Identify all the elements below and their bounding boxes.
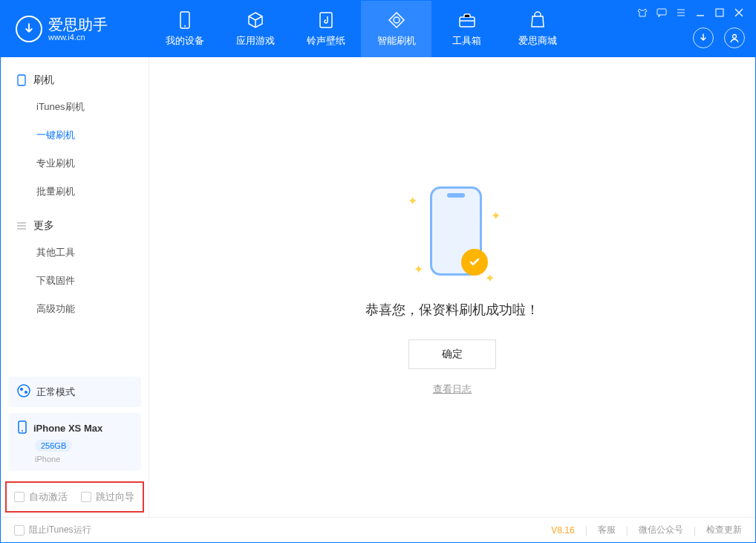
sparkle-icon: ✦ (491, 209, 497, 215)
main-content: ✦ ✦ ✦ ✦ 恭喜您，保资料刷机成功啦！ 确定 查看日志 (149, 57, 755, 517)
svg-point-1 (184, 25, 186, 27)
svg-point-9 (20, 388, 23, 391)
svg-rect-7 (18, 75, 25, 85)
ok-button[interactable]: 确定 (408, 339, 496, 369)
sidebar-group-flash: 刷机 iTunes刷机 一键刷机 专业刷机 批量刷机 (1, 68, 149, 206)
sparkle-icon: ✦ (414, 262, 420, 268)
skin-icon[interactable] (636, 7, 648, 19)
view-log-link[interactable]: 查看日志 (433, 383, 472, 396)
tab-label: 工具箱 (452, 34, 481, 48)
tab-apps-games[interactable]: 应用游戏 (220, 1, 290, 57)
svg-point-12 (22, 430, 23, 432)
feedback-icon[interactable] (656, 7, 668, 19)
checkbox-icon (14, 525, 25, 536)
checkbox-auto-activate[interactable]: 自动激活 (14, 490, 68, 504)
options-row: 自动激活 跳过向导 (5, 481, 144, 513)
app-logo: 爱思助手 www.i4.cn (1, 16, 149, 42)
phone-icon (16, 74, 27, 86)
success-illustration: ✦ ✦ ✦ ✦ (378, 179, 527, 283)
checkbox-label: 阻止iTunes运行 (29, 524, 91, 536)
list-icon (16, 220, 27, 232)
link-check-update[interactable]: 检查更新 (706, 524, 742, 536)
group-title: 更多 (33, 219, 54, 233)
svg-rect-3 (460, 17, 475, 27)
checkbox-icon (14, 492, 25, 502)
device-storage: 256GB (35, 440, 72, 452)
device-card[interactable]: iPhone XS Max 256GB iPhone (8, 413, 141, 471)
checkbox-label: 自动激活 (29, 490, 68, 504)
sparkle-icon: ✦ (485, 271, 491, 277)
download-button[interactable] (693, 27, 714, 48)
sidebar-item-pro-flash[interactable]: 专业刷机 (1, 149, 149, 178)
svg-point-8 (18, 385, 30, 397)
link-wechat[interactable]: 微信公众号 (639, 524, 683, 536)
svg-rect-4 (657, 9, 666, 15)
tab-my-device[interactable]: 我的设备 (149, 1, 220, 57)
refresh-icon (387, 10, 406, 30)
device-name: iPhone XS Max (33, 423, 102, 434)
tab-smart-flash[interactable]: 智能刷机 (361, 1, 431, 57)
sidebar-item-itunes-flash[interactable]: iTunes刷机 (1, 93, 149, 121)
group-title: 刷机 (33, 74, 54, 87)
tab-label: 我的设备 (166, 34, 204, 48)
tab-label: 爱思商城 (518, 34, 557, 48)
svg-point-6 (733, 35, 737, 39)
svg-point-10 (25, 391, 27, 394)
sidebar-item-oneclick-flash[interactable]: 一键刷机 (1, 121, 149, 149)
tab-label: 铃声壁纸 (307, 34, 345, 48)
checkbox-icon (81, 492, 91, 502)
logo-icon (16, 16, 42, 42)
sparkle-icon: ✦ (408, 194, 414, 200)
device-icon (175, 10, 195, 30)
link-support[interactable]: 客服 (598, 524, 616, 536)
svg-rect-5 (716, 9, 723, 16)
mode-label: 正常模式 (36, 386, 75, 399)
checkbox-skip-guide[interactable]: 跳过向导 (81, 490, 134, 504)
tab-store[interactable]: 爱思商城 (502, 1, 573, 57)
tab-label: 智能刷机 (377, 34, 416, 48)
app-domain: www.i4.cn (48, 33, 108, 42)
mode-indicator[interactable]: 正常模式 (8, 377, 141, 407)
cube-icon (246, 10, 265, 30)
minimize-icon[interactable] (694, 7, 706, 19)
sidebar-item-download-firmware[interactable]: 下载固件 (1, 267, 149, 295)
sidebar-item-batch-flash[interactable]: 批量刷机 (1, 178, 149, 206)
sidebar-item-advanced[interactable]: 高级功能 (1, 295, 149, 323)
menu-icon[interactable] (675, 7, 687, 19)
sidebar-group-more: 更多 其他工具 下载固件 高级功能 (1, 213, 149, 323)
maximize-icon[interactable] (714, 7, 726, 19)
success-check-icon (461, 249, 488, 276)
app-name: 爱思助手 (48, 16, 108, 33)
tab-toolbox[interactable]: 工具箱 (431, 1, 502, 57)
device-icon (17, 420, 27, 436)
titlebar: 爱思助手 www.i4.cn 我的设备 应用游戏 铃声壁纸 智能刷机 (1, 1, 755, 57)
mode-icon (17, 384, 30, 400)
bag-icon (528, 10, 547, 30)
checkbox-block-itunes[interactable]: 阻止iTunes运行 (14, 524, 91, 536)
music-icon (316, 10, 336, 30)
tab-ringtones-wallpapers[interactable]: 铃声壁纸 (290, 1, 361, 57)
main-tabs: 我的设备 应用游戏 铃声壁纸 智能刷机 工具箱 爱思商城 (149, 1, 573, 57)
statusbar: 阻止iTunes运行 V8.16 | 客服 | 微信公众号 | 检查更新 (1, 517, 755, 542)
tab-label: 应用游戏 (236, 34, 275, 48)
checkbox-label: 跳过向导 (96, 490, 134, 504)
version-label: V8.16 (551, 525, 574, 536)
close-icon[interactable] (733, 7, 745, 19)
user-button[interactable] (724, 27, 745, 48)
sidebar: 刷机 iTunes刷机 一键刷机 专业刷机 批量刷机 更多 其他工具 下载固件 … (1, 57, 149, 517)
device-type: iPhone (35, 455, 132, 464)
toolbox-icon (457, 10, 477, 30)
sidebar-item-other-tools[interactable]: 其他工具 (1, 238, 149, 267)
success-message: 恭喜您，保资料刷机成功啦！ (365, 301, 539, 319)
